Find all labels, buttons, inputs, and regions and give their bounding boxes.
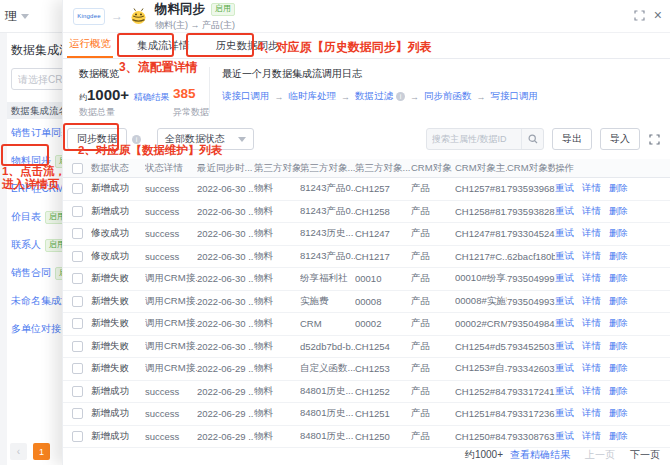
cell-status-detail: success [145, 386, 197, 397]
row-checkbox[interactable] [72, 273, 83, 284]
delete-link[interactable]: 删除 [609, 385, 628, 398]
export-button[interactable]: 导出 [552, 128, 592, 150]
filter-value: 全部数据状态 [165, 132, 225, 146]
row-checkbox[interactable] [72, 408, 83, 419]
delete-link[interactable]: 删除 [609, 272, 628, 285]
retry-link[interactable]: 重试 [555, 430, 574, 443]
view-exact-result-link[interactable]: 查看精确结果 [510, 448, 570, 462]
retry-link[interactable]: 重试 [555, 385, 574, 398]
detail-link[interactable]: 详情 [582, 295, 601, 308]
retry-link[interactable]: 重试 [555, 407, 574, 420]
row-checkbox[interactable] [72, 296, 83, 307]
cell-third-name: 81243历史... [300, 227, 355, 240]
row-checkbox[interactable] [72, 431, 83, 442]
flow-item-label: 销售合同 [11, 266, 51, 280]
delete-link[interactable]: 删除 [609, 317, 628, 330]
detail-link[interactable]: 详情 [582, 182, 601, 195]
table-search-input[interactable] [427, 134, 521, 144]
step-link[interactable]: 写接口调用 [491, 90, 539, 103]
cell-third-name: 84801历史... [300, 430, 355, 443]
delete-link[interactable]: 删除 [609, 227, 628, 240]
tab-history-sync[interactable]: 历史数据同步 [214, 34, 281, 58]
row-checkbox[interactable] [72, 363, 83, 374]
cell-third-object: 物料 [254, 182, 300, 195]
background-menu[interactable]: 理 [5, 8, 29, 25]
delete-link[interactable]: 删除 [609, 205, 628, 218]
next-page-link[interactable]: 下一页 [630, 448, 660, 462]
delete-link[interactable]: 删除 [609, 430, 628, 443]
detail-link[interactable]: 详情 [582, 317, 601, 330]
cell-sync-time: 2022-06-29 ... [197, 408, 254, 419]
retry-link[interactable]: 重试 [555, 272, 574, 285]
detail-link[interactable]: 详情 [582, 430, 601, 443]
cell-third-code: CH1247 [355, 228, 411, 239]
delete-link[interactable]: 删除 [609, 250, 628, 263]
detail-link[interactable]: 详情 [582, 250, 601, 263]
current-page-button[interactable]: 1 [33, 443, 50, 460]
select-all-checkbox[interactable] [72, 163, 83, 174]
search-icon[interactable] [521, 129, 543, 149]
sync-data-button[interactable]: 同步数据 [67, 128, 127, 150]
table-row: 新增失败 调用CRM接... 2022-06-30 ... 物料 实施费 000… [63, 291, 670, 314]
row-checkbox[interactable] [72, 341, 83, 352]
footer-total: 约1000+ [465, 448, 503, 462]
step-link[interactable]: 同步前函数 [424, 90, 472, 103]
detail-link[interactable]: 详情 [582, 205, 601, 218]
cell-third-object: 物料 [254, 295, 300, 308]
delete-link[interactable]: 删除 [609, 340, 628, 353]
retry-link[interactable]: 重试 [555, 205, 574, 218]
cell-sync-time: 2022-06-30 ... [197, 206, 254, 217]
row-checkbox[interactable] [72, 318, 83, 329]
retry-link[interactable]: 重试 [555, 362, 574, 375]
info-icon[interactable]: i [396, 92, 405, 101]
cell-crm-key: CH1251#84... [455, 408, 507, 419]
column-header: CRM对象 ▲▼ [411, 162, 455, 175]
detail-link[interactable]: 详情 [582, 362, 601, 375]
retry-link[interactable]: 重试 [555, 317, 574, 330]
log-step: → 读接口调用 i [222, 90, 270, 103]
row-checkbox[interactable] [72, 206, 83, 217]
detail-link[interactable]: 详情 [582, 385, 601, 398]
exact-result-link[interactable]: 精确结果 [134, 92, 170, 102]
step-link[interactable]: 临时库处理 [289, 90, 337, 103]
row-checkbox[interactable] [72, 386, 83, 397]
retry-link[interactable]: 重试 [555, 250, 574, 263]
retry-link[interactable]: 重试 [555, 227, 574, 240]
step-link[interactable]: 读接口调用 [222, 90, 270, 103]
cell-data-status: 新增失败 [91, 362, 145, 375]
table-fullscreen-icon[interactable] [649, 134, 660, 145]
cell-sync-time: 2022-06-29 ... [197, 431, 254, 442]
delete-link[interactable]: 删除 [609, 407, 628, 420]
cell-sync-time: 2022-06-30 ... [197, 296, 254, 307]
tab-run-overview[interactable]: 运行概览 [67, 32, 113, 58]
import-button[interactable]: 导入 [600, 128, 640, 150]
prev-page-link[interactable]: 上一页 [585, 448, 615, 462]
delete-link[interactable]: 删除 [609, 182, 628, 195]
cell-crm-object: 产品 [411, 430, 455, 443]
sync-info-icon[interactable]: i [132, 135, 141, 144]
tab-flow-detail[interactable]: 集成流详情 [135, 34, 192, 58]
fullscreen-icon[interactable] [634, 10, 645, 21]
step-link[interactable]: 数据过滤 [355, 90, 393, 103]
cell-status-detail: success [145, 228, 197, 239]
retry-link[interactable]: 重试 [555, 340, 574, 353]
row-checkbox[interactable] [72, 228, 83, 239]
overview-title: 数据概览 [79, 67, 209, 81]
column-header: 第三方对象 ▲▼ [254, 162, 300, 175]
retry-link[interactable]: 重试 [555, 295, 574, 308]
detail-link[interactable]: 详情 [582, 272, 601, 285]
detail-link[interactable]: 详情 [582, 407, 601, 420]
detail-link[interactable]: 详情 [582, 340, 601, 353]
data-status-filter[interactable]: 全部数据状态 [157, 128, 254, 150]
row-checkbox[interactable] [72, 251, 83, 262]
cell-sync-time: 2022-06-30 ... [197, 228, 254, 239]
detail-link[interactable]: 详情 [582, 227, 601, 240]
table-row: 新增失败 调用CRM接... 2022-06-30 ... 物料 CRM 000… [63, 313, 670, 336]
retry-link[interactable]: 重试 [555, 182, 574, 195]
row-checkbox[interactable] [72, 183, 83, 194]
close-icon[interactable]: × [654, 8, 662, 22]
delete-link[interactable]: 删除 [609, 362, 628, 375]
delete-link[interactable]: 删除 [609, 295, 628, 308]
cell-data-status: 新增成功 [91, 182, 145, 195]
prev-page-button[interactable]: ‹ [10, 443, 27, 460]
